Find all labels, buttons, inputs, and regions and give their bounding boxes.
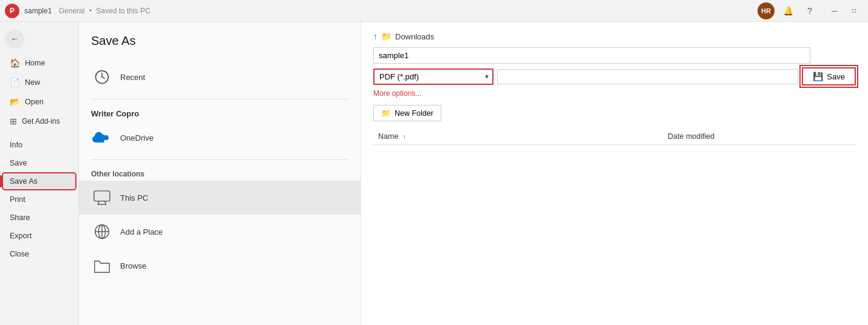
home-icon: 🏠 <box>10 58 20 68</box>
saved-status: Saved to this PC <box>96 7 150 15</box>
new-folder-button[interactable]: 📁 New Folder <box>373 105 441 121</box>
file-table: Name ↑ Date modified <box>373 129 856 145</box>
more-options-link[interactable]: More options... <box>373 89 856 98</box>
left-panel: Save As Recent Writer Copro <box>79 22 361 325</box>
window-controls: — □ <box>826 2 863 19</box>
sidebar-open-label: Open <box>25 98 44 106</box>
help-icon[interactable]: ? <box>801 2 818 19</box>
right-panel: ↑ 📁 Downloads PDF (*.pdf) Word Document … <box>361 22 868 325</box>
col-name-header[interactable]: Name ↑ <box>373 129 663 145</box>
other-locations-title: Other locations <box>79 165 361 181</box>
save-icon: 💾 <box>813 72 823 81</box>
breadcrumb-location: Downloads <box>395 32 434 41</box>
location-add-place[interactable]: Add a Place <box>79 215 361 249</box>
notification-icon[interactable]: 🔔 <box>779 2 796 19</box>
sidebar-share-label: Share <box>10 213 30 222</box>
sort-icon: ↑ <box>403 133 406 140</box>
onedrive-icon <box>91 127 113 149</box>
format-select[interactable]: PDF (*.pdf) Word Document (*.docx) OpenD… <box>373 69 493 85</box>
sidebar-item-save[interactable]: Save <box>2 155 76 172</box>
recent-icon <box>91 66 113 88</box>
sidebar-item-export[interactable]: Export <box>2 227 76 244</box>
location-this-pc[interactable]: This PC <box>79 181 361 215</box>
file-table-header: Name ↑ Date modified <box>373 129 856 145</box>
back-button[interactable]: ← <box>5 29 24 49</box>
sidebar-close-label: Close <box>10 250 29 258</box>
sidebar-info-label: Info <box>10 141 22 149</box>
onedrive-label: OneDrive <box>120 133 154 142</box>
open-icon: 📂 <box>10 97 20 107</box>
recent-label: Recent <box>120 73 145 82</box>
filename-input[interactable] <box>373 47 810 64</box>
sidebar-addins-label: Get Add-ins <box>22 117 60 126</box>
sidebar-save-label: Save <box>10 159 27 167</box>
addins-icon: ⊞ <box>10 116 17 126</box>
add-place-label: Add a Place <box>120 227 163 236</box>
svg-line-2 <box>98 201 100 205</box>
add-place-icon <box>91 221 113 243</box>
this-pc-label: This PC <box>120 193 148 203</box>
sidebar-new-label: New <box>25 78 40 87</box>
page-title: Save As <box>79 34 361 60</box>
sidebar-item-save-as[interactable]: Save As <box>2 173 76 190</box>
location-browse[interactable]: Browse <box>79 249 361 283</box>
browse-label: Browse <box>120 261 146 270</box>
sidebar-save-as-label: Save As <box>10 177 38 186</box>
location-recent[interactable]: Recent <box>79 60 361 94</box>
titlebar-right: HR 🔔 ? — □ <box>758 2 863 19</box>
svg-line-3 <box>105 201 106 205</box>
sidebar-export-label: Export <box>10 232 32 240</box>
sidebar-item-home[interactable]: 🏠 Home <box>2 54 76 72</box>
titlebar-doc-info: sample1 General • Saved to this PC <box>24 7 758 15</box>
save-label: Save <box>827 72 845 81</box>
breadcrumb-up-icon[interactable]: ↑ <box>373 32 378 41</box>
format-extra-input[interactable] <box>497 69 798 84</box>
sidebar-home-label: Home <box>25 59 45 67</box>
col-date-label: Date modified <box>668 132 714 141</box>
general-label: General <box>59 7 85 15</box>
sidebar-item-close[interactable]: Close <box>2 246 76 263</box>
titlebar: P sample1 General • Saved to this PC HR … <box>0 0 868 22</box>
col-date-header[interactable]: Date modified <box>663 129 856 145</box>
sidebar-item-print[interactable]: Print <box>2 191 76 208</box>
sidebar-item-info[interactable]: Info <box>2 136 76 153</box>
sidebar: ← 🏠 Home 📄 New 📂 Open ⊞ Get Add-ins Info… <box>0 22 79 325</box>
minimize-button[interactable]: — <box>826 2 844 19</box>
save-button[interactable]: 💾 Save <box>802 67 856 85</box>
sidebar-item-new[interactable]: 📄 New <box>2 73 76 92</box>
browse-icon <box>91 255 113 276</box>
sidebar-item-share[interactable]: Share <box>2 209 76 226</box>
app-logo: P <box>5 4 19 18</box>
titlebar-dot: • <box>89 7 92 15</box>
divider-2 <box>91 159 348 160</box>
app-body: ← 🏠 Home 📄 New 📂 Open ⊞ Get Add-ins Info… <box>0 22 868 325</box>
doc-name: sample1 <box>24 7 52 15</box>
breadcrumb: ↑ 📁 Downloads <box>373 32 856 41</box>
format-select-wrapper: PDF (*.pdf) Word Document (*.docx) OpenD… <box>373 69 493 85</box>
sidebar-item-get-addins[interactable]: ⊞ Get Add-ins <box>2 112 76 130</box>
writer-copro-header: Writer Copro <box>79 104 361 121</box>
location-onedrive[interactable]: OneDrive <box>79 121 361 155</box>
sidebar-print-label: Print <box>10 195 25 204</box>
breadcrumb-folder-icon: 📁 <box>381 32 392 41</box>
maximize-button[interactable]: □ <box>845 2 863 19</box>
divider-1 <box>91 99 348 99</box>
new-folder-icon: 📁 <box>381 109 391 118</box>
new-folder-label: New Folder <box>395 109 433 118</box>
this-pc-icon <box>91 187 113 209</box>
svg-rect-1 <box>94 191 110 201</box>
sidebar-item-open[interactable]: 📂 Open <box>2 93 76 111</box>
format-row: PDF (*.pdf) Word Document (*.docx) OpenD… <box>373 67 856 85</box>
avatar[interactable]: HR <box>758 2 775 19</box>
new-icon: 📄 <box>10 78 20 87</box>
col-name-label: Name <box>378 132 398 141</box>
content: Save As Recent Writer Copro <box>79 22 868 325</box>
